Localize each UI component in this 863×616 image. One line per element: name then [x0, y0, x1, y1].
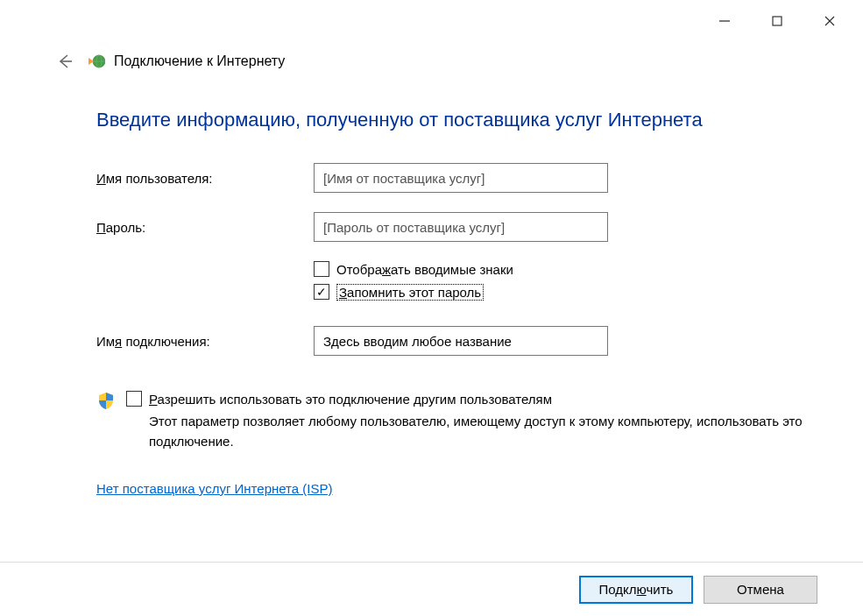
remember-password-checkbox[interactable]: [314, 284, 329, 300]
minimize-button[interactable]: [698, 4, 751, 39]
share-section: Разрешить использовать это подключение д…: [96, 391, 810, 451]
dialog-header: Подключение к Интернету: [0, 42, 863, 74]
show-chars-label: Отображать вводимые знаки: [336, 262, 513, 277]
uac-shield-icon: [96, 391, 116, 410]
svg-rect-1: [773, 17, 782, 25]
no-isp-link[interactable]: Нет поставщика услуг Интернета (ISP): [96, 481, 333, 496]
internet-globe-icon: [88, 53, 105, 70]
dialog-content: Введите информацию, полученную от постав…: [0, 74, 863, 496]
connection-name-input[interactable]: [314, 326, 608, 356]
allow-share-label: Разрешить использовать это подключение д…: [149, 392, 552, 407]
allow-share-checkbox[interactable]: [126, 391, 142, 407]
window-title: Подключение к Интернету: [114, 53, 285, 69]
close-button[interactable]: [803, 4, 856, 39]
remember-password-row: Запомнить этот пароль: [314, 284, 810, 300]
connect-button[interactable]: Подключить: [579, 576, 693, 604]
username-input[interactable]: [314, 163, 608, 193]
allow-share-description: Этот параметр позволяет любому пользоват…: [149, 412, 810, 451]
show-chars-row: Отображать вводимые знаки: [314, 261, 810, 277]
password-label: Пароль:: [96, 220, 314, 235]
show-chars-checkbox[interactable]: [314, 261, 329, 277]
password-row: Пароль:: [96, 212, 810, 242]
maximize-button[interactable]: [751, 4, 803, 39]
password-input[interactable]: [314, 212, 608, 242]
remember-password-label: Запомнить этот пароль: [336, 285, 484, 300]
dialog-footer: Подключить Отмена: [0, 562, 863, 616]
connection-name-row: Имя подключения:: [96, 326, 810, 356]
window-titlebar: [0, 0, 863, 42]
username-row: Имя пользователя:: [96, 163, 810, 193]
page-heading: Введите информацию, полученную от постав…: [96, 109, 810, 131]
cancel-button[interactable]: Отмена: [704, 576, 817, 604]
connection-name-label: Имя подключения:: [96, 334, 314, 349]
username-label: Имя пользователя:: [96, 171, 314, 186]
back-button[interactable]: [53, 49, 77, 74]
